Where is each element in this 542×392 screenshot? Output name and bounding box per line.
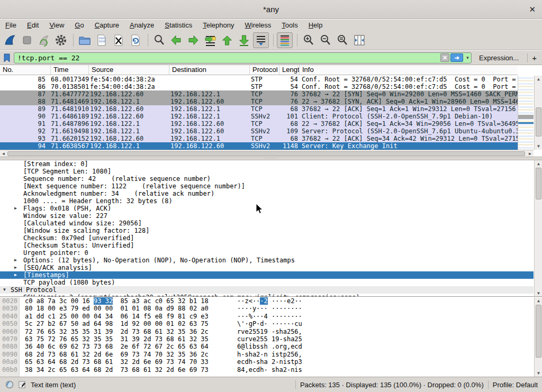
hex-row-0050[interactable]: 00505c 27 b2 67 50 ad 64 98 1d 92 00 00 … bbox=[0, 320, 542, 327]
packet-row-94[interactable]: 9471.663856741192.168.122.1192.168.122.6… bbox=[0, 142, 518, 150]
hex-ascii[interactable]: ecdh-sha 2-nistp3 bbox=[237, 358, 302, 366]
menu-statistics[interactable]: Statistics bbox=[159, 20, 197, 30]
hex-ascii[interactable]: ····y··· ········ bbox=[237, 305, 302, 312]
detail-line[interactable]: ▶Options: (12 bytes), No-Operation (NOP)… bbox=[0, 257, 534, 264]
hex-row-00b0[interactable]: 00b038 34 2c 65 63 64 68 2d 73 68 61 32 … bbox=[0, 366, 542, 373]
menu-file[interactable]: File bbox=[0, 20, 22, 30]
column-header-time[interactable]: Time bbox=[51, 65, 89, 75]
collapsed-arrow-icon[interactable]: ▶ bbox=[14, 271, 17, 279]
go-first-button[interactable] bbox=[219, 32, 235, 48]
scroll-down-arrow[interactable]: ▼ bbox=[535, 370, 542, 377]
packet-row-88[interactable]: 8871.648146932192.168.122.1192.168.122.6… bbox=[0, 98, 518, 105]
close-window-button[interactable]: ✕ bbox=[529, 5, 536, 14]
detail-vscrollbar[interactable]: ▲ ▼ bbox=[534, 160, 542, 297]
detail-line[interactable]: [Calculated window size: 29056] bbox=[0, 220, 534, 227]
hex-bytes[interactable]: 68 2d 73 68 61 32 2d 6e 69 73 74 70 32 3… bbox=[25, 351, 209, 358]
detail-line[interactable]: 1000 .... = Header Length: 32 bytes (8) bbox=[0, 197, 534, 205]
hex-bytes[interactable]: 65 63 64 68 2d 73 68 61 32 2d 6e 69 73 7… bbox=[25, 358, 209, 366]
hex-row-00a0[interactable]: 00a065 63 64 68 2d 73 68 61 32 2d 6e 69 … bbox=[0, 358, 542, 366]
packet-row-90[interactable]: 9071.648618924192.168.122.60192.168.122.… bbox=[0, 113, 518, 120]
detail-line[interactable]: Sequence number: 42 (relative sequence n… bbox=[0, 175, 534, 183]
packet-row-93[interactable]: 9371.662015274192.168.122.60192.168.122.… bbox=[0, 135, 518, 142]
detail-line[interactable]: ▶[Timestamps] bbox=[0, 271, 534, 279]
hex-bytes[interactable]: 36 40 6c 69 62 73 73 68 2e 6f 72 67 2c 6… bbox=[25, 343, 209, 350]
detail-line[interactable]: ▶SSH Version 2 (encryption:chacha20-poly… bbox=[0, 294, 534, 297]
hex-bytes[interactable]: 5c 27 b2 67 50 ad 64 98 1d 92 00 00 01 0… bbox=[25, 320, 209, 327]
restart-capture-button[interactable] bbox=[36, 32, 52, 48]
go-to-packet-button[interactable] bbox=[202, 32, 218, 48]
filter-apply-button[interactable]: ➜ bbox=[450, 53, 463, 62]
hex-row-0060[interactable]: 006072 76 65 32 35 35 31 39 2d 73 68 61 … bbox=[0, 328, 542, 335]
detail-line[interactable]: TCP payload (1080 bytes) bbox=[0, 279, 534, 286]
hex-ascii[interactable]: ··z<···2 ····e2·· bbox=[237, 297, 302, 305]
hex-row-0030[interactable]: 003080 18 00 e3 79 ed 00 00 01 01 08 0a … bbox=[0, 305, 542, 312]
menu-capture[interactable]: Capture bbox=[89, 20, 124, 30]
filter-dropdown-chevron[interactable]: ▼ bbox=[464, 56, 471, 60]
menu-view[interactable]: View bbox=[44, 20, 69, 30]
hex-bytes[interactable]: c0 a8 7a 3c 00 16 93 32 85 a3 ac c0 65 3… bbox=[25, 297, 209, 305]
filter-bookmark-button[interactable] bbox=[0, 52, 14, 63]
hex-row-0020[interactable]: 0020c0 a8 7a 3c 00 16 93 32 85 a3 ac c0 … bbox=[0, 297, 542, 305]
column-header-protocol[interactable]: Protocol bbox=[250, 65, 279, 75]
scroll-thumb[interactable] bbox=[536, 168, 541, 199]
menu-telephony[interactable]: Telephony bbox=[197, 20, 239, 30]
close-file-button[interactable] bbox=[111, 32, 127, 48]
start-capture-button[interactable] bbox=[2, 32, 18, 48]
reload-file-button[interactable] bbox=[128, 32, 143, 48]
hex-bytes[interactable]: 63 75 72 76 65 32 35 35 31 39 2d 73 68 6… bbox=[25, 335, 209, 343]
scroll-up-arrow[interactable]: ▲ bbox=[535, 76, 542, 83]
detail-line[interactable]: ▼SSH Protocol bbox=[0, 286, 534, 294]
column-header-destination[interactable]: Destination bbox=[169, 65, 250, 75]
filter-clear-button[interactable]: ✕ bbox=[440, 53, 449, 62]
detail-line[interactable]: ▶Flags: 0x018 (PSH, ACK) bbox=[0, 205, 534, 212]
find-packet-button[interactable] bbox=[151, 32, 167, 48]
packet-row-87[interactable]: 8771.647777234192.168.122.60192.168.122.… bbox=[0, 90, 518, 98]
detail-line[interactable]: [TCP Segment Len: 1080] bbox=[0, 168, 534, 175]
detail-line[interactable]: Acknowledgment number: 34 (relative ack … bbox=[0, 190, 534, 197]
display-filter-input[interactable]: !tcp.port == 22 ✕ ➜ ▼ bbox=[14, 52, 472, 63]
hex-bytes[interactable]: 38 34 2c 65 63 64 68 2d 73 68 61 32 2d 6… bbox=[25, 366, 209, 373]
hex-bytes[interactable]: 72 76 65 32 35 35 31 39 2d 73 68 61 32 3… bbox=[25, 328, 209, 335]
menu-wireless[interactable]: Wireless bbox=[240, 20, 277, 30]
hex-row-0090[interactable]: 009068 2d 73 68 61 32 2d 6e 69 73 74 70 … bbox=[0, 351, 542, 358]
resize-columns-button[interactable] bbox=[351, 32, 367, 48]
save-file-button[interactable]: 01010110 bbox=[94, 32, 110, 48]
pane-splitter[interactable]: ····· bbox=[0, 157, 542, 160]
scroll-up-arrow[interactable]: ▲ bbox=[535, 160, 542, 167]
packet-row-86[interactable]: 8670.013850163fe:54:00:d4:38:2aSTP54Conf… bbox=[0, 83, 518, 90]
column-header-length[interactable]: Length bbox=[279, 65, 300, 75]
detail-line[interactable]: [Stream index: 0] bbox=[0, 160, 534, 168]
detail-line[interactable]: [Window size scaling factor: 128] bbox=[0, 227, 534, 234]
title-bar[interactable]: *any ✕ bbox=[0, 0, 542, 19]
detail-line[interactable]: Window size value: 227 bbox=[0, 212, 534, 220]
hex-ascii[interactable]: curve255 19-sha25 bbox=[237, 335, 302, 343]
hex-ascii[interactable]: ···%···4 ········ bbox=[237, 313, 302, 320]
hex-bytes[interactable]: a1 dd c1 25 00 00 04 34 06 14 f5 e8 f9 8… bbox=[25, 313, 209, 320]
capture-comment-icon[interactable] bbox=[18, 380, 26, 389]
column-header-source[interactable]: Source bbox=[89, 65, 169, 75]
hex-vscrollbar[interactable]: ▲ ▼ bbox=[534, 297, 542, 377]
packet-row-85[interactable]: 8568.001734936fe:54:00:d4:38:2aSTP54Conf… bbox=[0, 76, 518, 83]
scroll-down-arrow[interactable]: ▼ bbox=[535, 143, 542, 150]
profile-label[interactable]: Profile: Default bbox=[493, 381, 538, 389]
hex-ascii[interactable]: rve25519 -sha256, bbox=[237, 328, 302, 335]
menu-edit[interactable]: Edit bbox=[22, 20, 44, 30]
scroll-thumb[interactable] bbox=[536, 305, 541, 358]
packet-row-92[interactable]: 9271.661949820192.168.122.1192.168.122.6… bbox=[0, 127, 518, 135]
scroll-up-arrow[interactable]: ▲ bbox=[535, 297, 542, 304]
detail-line[interactable]: [Next sequence number: 1122 (relative se… bbox=[0, 183, 534, 190]
expanded-arrow-icon[interactable]: ▼ bbox=[3, 286, 6, 294]
hex-ascii[interactable]: h-sha2-n istp256, bbox=[237, 351, 302, 358]
menu-help[interactable]: Help bbox=[303, 20, 328, 30]
collapsed-arrow-icon[interactable]: ▶ bbox=[14, 205, 17, 212]
zoom-in-button[interactable] bbox=[301, 32, 317, 48]
go-back-button[interactable] bbox=[168, 32, 184, 48]
go-last-button[interactable] bbox=[236, 32, 252, 48]
scroll-thumb[interactable] bbox=[536, 107, 541, 136]
hex-bytes[interactable]: 80 18 00 e3 79 ed 00 00 01 01 08 0a d9 8… bbox=[25, 305, 209, 312]
menu-analyze[interactable]: Analyze bbox=[124, 20, 159, 30]
detail-line[interactable]: ▶[SEQ/ACK analysis] bbox=[0, 264, 534, 271]
auto-scroll-button[interactable] bbox=[253, 32, 269, 48]
detail-line[interactable]: [Checksum Status: Unverified] bbox=[0, 242, 534, 249]
zoom-original-button[interactable] bbox=[335, 32, 350, 48]
